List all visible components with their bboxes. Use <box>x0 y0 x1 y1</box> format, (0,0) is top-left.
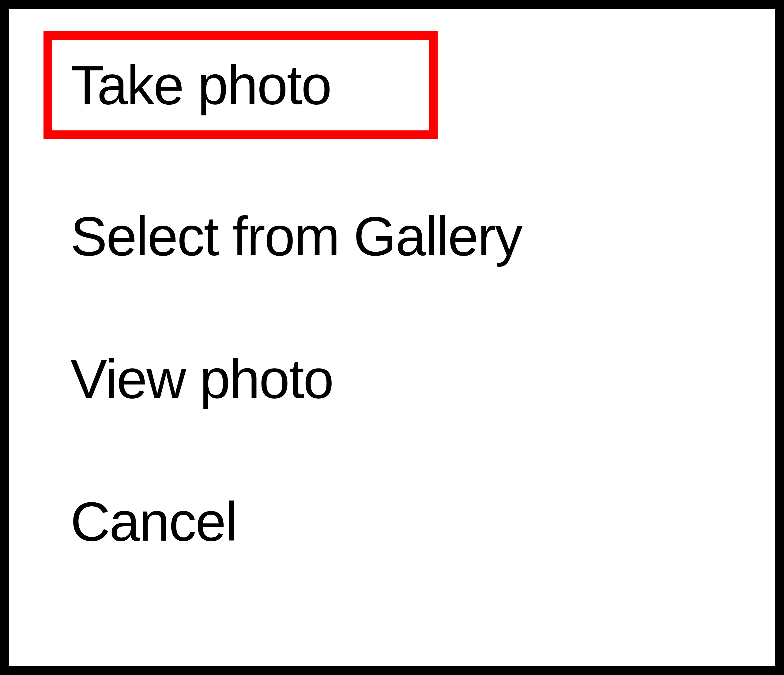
menu-item-label: Select from Gallery <box>70 205 521 267</box>
select-from-gallery-option[interactable]: Select from Gallery <box>52 191 540 282</box>
menu-item-label: Cancel <box>70 491 236 552</box>
menu-item-label: View photo <box>70 348 333 410</box>
cancel-option[interactable]: Cancel <box>52 476 255 567</box>
menu-item-label: Take photo <box>70 54 331 116</box>
photo-options-dialog: Take photo Select from Gallery View phot… <box>0 0 784 675</box>
take-photo-option[interactable]: Take photo <box>44 31 438 139</box>
view-photo-option[interactable]: View photo <box>52 334 351 424</box>
